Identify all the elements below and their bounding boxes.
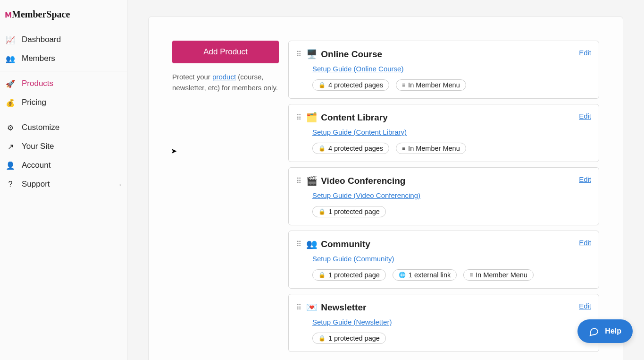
edit-link[interactable]: Edit (579, 112, 591, 120)
sidebar-item-label: Your Site (22, 142, 54, 151)
help-prefix: Protect your (172, 73, 212, 81)
product-emoji-icon: 💌 (306, 302, 318, 312)
product-title: 🎬 Video Conferencing (306, 175, 574, 186)
setup-guide-link[interactable]: Setup Guide (Community) (312, 255, 394, 263)
pill-text: 4 protected pages (328, 81, 383, 89)
pill-text: In Member Menu (408, 145, 460, 152)
setup-guide-link[interactable]: Setup Guide (Content Library) (312, 128, 407, 136)
edit-link[interactable]: Edit (579, 175, 591, 183)
pill-row: 🔒1 protected page (312, 206, 591, 217)
list-icon: ≡ (402, 82, 405, 88)
nav-group: 📈Dashboard👥Members (0, 27, 127, 71)
question-circle-icon: ? (6, 180, 15, 189)
money-bag-icon: 💰 (6, 98, 15, 107)
external-link-icon: ↗ (6, 142, 15, 151)
products-list: ⠿🖥️ Online CourseEditSetup Guide (Online… (288, 41, 599, 360)
info-pill: ≡In Member Menu (396, 79, 466, 91)
product-title: 👥 Community (306, 239, 574, 249)
user-circle-icon: 👤 (6, 161, 15, 170)
gear-icon: ⚙ (6, 123, 15, 132)
sidebar-item-support[interactable]: ?Support‹ (0, 175, 127, 194)
info-pill: 🔒4 protected pages (312, 79, 389, 91)
sidebar-item-customize[interactable]: ⚙Customize (0, 118, 127, 137)
card-header: ⠿🎬 Video ConferencingEdit (296, 175, 591, 187)
setup-guide-link[interactable]: Setup Guide (Online Course) (312, 65, 403, 73)
sidebar-item-label: Customize (22, 123, 59, 132)
sidebar-item-dashboard[interactable]: 📈Dashboard (0, 30, 127, 49)
pill-row: 🔒4 protected pages≡In Member Menu (312, 143, 591, 154)
chevron-left-icon: ‹ (119, 181, 121, 188)
pill-text: In Member Menu (408, 81, 460, 89)
product-card: ⠿🗂️ Content LibraryEditSetup Guide (Cont… (288, 104, 599, 162)
card-header: ⠿💌 NewsletterEdit (296, 302, 591, 313)
sidebar-item-label: Products (22, 79, 53, 88)
left-column: Add Product Protect your product (course… (172, 41, 279, 360)
product-title: 🗂️ Content Library (306, 112, 574, 123)
sidebar-item-your-site[interactable]: ↗Your Site (0, 137, 127, 156)
info-pill: 🔒4 protected pages (312, 143, 389, 154)
sidebar-item-label: Support (22, 180, 50, 189)
people-icon: 👥 (6, 54, 15, 63)
lock-icon: 🔒 (318, 82, 326, 88)
product-emoji-icon: 🖥️ (306, 49, 318, 59)
globe-icon: 🌐 (399, 272, 406, 278)
edit-link[interactable]: Edit (579, 49, 591, 57)
pill-row: 🔒1 protected page (312, 333, 591, 344)
products-panel: Add Product Protect your product (course… (148, 17, 623, 360)
product-emoji-icon: 👥 (306, 239, 318, 249)
main-area: Add Product Protect your product (course… (127, 0, 644, 360)
line-chart-icon: 📈 (6, 35, 15, 44)
product-title-text: Video Conferencing (318, 176, 405, 186)
nav-group: ⚙Customize↗Your Site👤Account?Support‹ (0, 115, 127, 197)
product-emoji-icon: 🗂️ (306, 112, 318, 122)
product-emoji-icon: 🎬 (306, 176, 318, 186)
product-title: 💌 Newsletter (306, 302, 574, 313)
rocket-icon: 🚀 (6, 79, 15, 88)
product-help-link[interactable]: product (212, 73, 236, 81)
sidebar-item-label: Dashboard (22, 35, 61, 44)
sidebar-item-account[interactable]: 👤Account (0, 156, 127, 175)
sidebar: ᴍMemberSpace 📈Dashboard👥Members🚀Products… (0, 0, 127, 360)
drag-handle-icon[interactable]: ⠿ (296, 49, 301, 60)
info-pill: 🔒1 protected page (312, 333, 386, 344)
product-title: 🖥️ Online Course (306, 49, 574, 60)
drag-handle-icon[interactable]: ⠿ (296, 302, 301, 313)
drag-handle-icon[interactable]: ⠿ (296, 112, 301, 123)
add-product-button[interactable]: Add Product (172, 41, 279, 63)
lock-icon: 🔒 (318, 145, 326, 152)
product-card: ⠿👥 CommunityEditSetup Guide (Community)🔒… (288, 231, 599, 289)
product-card: ⠿🖥️ Online CourseEditSetup Guide (Online… (288, 41, 599, 99)
info-pill: ≡In Member Menu (396, 143, 466, 154)
list-icon: ≡ (402, 145, 405, 152)
edit-link[interactable]: Edit (579, 302, 591, 310)
product-title-text: Online Course (318, 49, 382, 59)
drag-handle-icon[interactable]: ⠿ (296, 239, 301, 250)
product-title-text: Newsletter (318, 302, 366, 312)
card-header: ⠿👥 CommunityEdit (296, 239, 591, 250)
pill-text: 1 protected page (328, 208, 380, 215)
info-pill: ≡In Member Menu (463, 269, 534, 281)
chat-bubble-icon (589, 326, 599, 336)
pill-text: 1 external link (409, 271, 451, 279)
sidebar-item-pricing[interactable]: 💰Pricing (0, 93, 127, 112)
lock-icon: 🔒 (318, 272, 326, 278)
product-card: ⠿💌 NewsletterEditSetup Guide (Newsletter… (288, 294, 599, 352)
help-fab[interactable]: Help (577, 319, 633, 343)
card-header: ⠿🖥️ Online CourseEdit (296, 49, 591, 60)
sidebar-item-products[interactable]: 🚀Products (0, 74, 127, 93)
pill-row: 🔒4 protected pages≡In Member Menu (312, 79, 591, 91)
edit-link[interactable]: Edit (579, 239, 591, 247)
brand-logo: ᴍMemberSpace (0, 0, 127, 27)
product-title-text: Community (318, 239, 370, 249)
setup-guide-link[interactable]: Setup Guide (Video Conferencing) (312, 191, 420, 199)
setup-guide-link[interactable]: Setup Guide (Newsletter) (312, 318, 392, 326)
drag-handle-icon[interactable]: ⠿ (296, 175, 301, 187)
nav-group: 🚀Products💰Pricing (0, 71, 127, 115)
pill-text: 1 protected page (328, 271, 380, 279)
list-icon: ≡ (469, 272, 473, 278)
info-pill: 🔒1 protected page (312, 206, 386, 217)
sidebar-item-members[interactable]: 👥Members (0, 49, 127, 68)
info-pill: 🔒1 protected page (312, 269, 386, 281)
lock-icon: 🔒 (318, 208, 326, 215)
pill-text: 4 protected pages (328, 145, 383, 152)
